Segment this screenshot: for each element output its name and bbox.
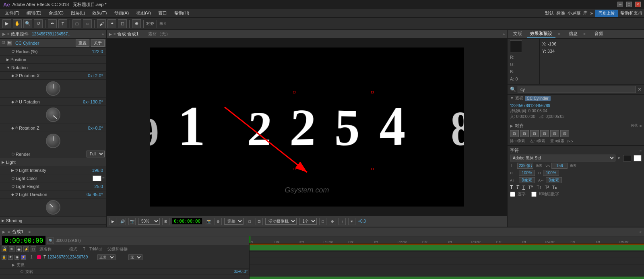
menu-edit[interactable]: 编辑(E) (23, 9, 45, 17)
menu-compose[interactable]: 合成(C) (45, 9, 67, 17)
cc-cylinder-name[interactable]: CC Cylinder (15, 41, 39, 45)
sync-button[interactable]: 同步上传 (595, 10, 618, 17)
shading-section-header[interactable]: ▶ Shading (0, 217, 106, 225)
tl-layer-eye[interactable]: 👁 (8, 255, 13, 260)
light-direction-value[interactable]: 0x-45.0° (87, 192, 103, 197)
tl-expand[interactable]: ▶ (2, 230, 5, 234)
v-scale-input[interactable] (543, 170, 559, 176)
footer-expose[interactable]: ☀ (348, 218, 355, 225)
tl-layer-effect[interactable]: ⚡ (21, 255, 26, 260)
layer-checkbox[interactable]: ☑ (2, 41, 5, 45)
rotation-expand[interactable]: ▼ (6, 66, 10, 70)
expand-icon[interactable]: » (590, 10, 593, 16)
workspace-ruler[interactable]: 库 (583, 10, 588, 16)
light-color-swatch[interactable] (93, 176, 101, 181)
align-left[interactable]: ⊡ (510, 130, 519, 137)
rotation-y-value[interactable]: 0x+130.0° (83, 99, 103, 104)
tl-options[interactable]: ≡ (28, 230, 30, 234)
tool-stamp[interactable]: ✦ (107, 19, 116, 28)
comp-options[interactable]: » (503, 32, 505, 36)
offset-value[interactable]: +0.0 (358, 219, 366, 223)
para-expand[interactable]: ≡ (640, 124, 642, 128)
tl-solo[interactable]: ◉ (16, 246, 22, 252)
align-right[interactable]: ⊡ (530, 130, 539, 137)
light-direction-dial[interactable] (43, 197, 64, 218)
radius-stopwatch[interactable]: ⏱ (11, 50, 15, 54)
char-expand[interactable]: ≡ (640, 149, 642, 153)
bold-button[interactable]: T (510, 184, 513, 190)
time-display[interactable]: 0:00:00:00 (2, 236, 46, 246)
timecode-display[interactable]: 0:00:00:00 (172, 218, 202, 225)
maximize-button[interactable]: □ (626, 2, 632, 7)
align-expand[interactable]: ▶ (510, 124, 513, 128)
footer-play[interactable]: ▶ (109, 218, 116, 225)
tl-layer-solo[interactable]: ◉ (14, 255, 19, 260)
tool-shape-circle[interactable]: ○ (83, 19, 92, 28)
rotation-y-stopwatch[interactable]: ⏱ (14, 100, 18, 104)
footer-mask[interactable]: ⊡ (256, 218, 263, 225)
tl-lock[interactable]: 🔒 (2, 246, 7, 252)
footer-grid[interactable]: ⊕ (215, 218, 222, 225)
help-label[interactable]: 帮助和支持 (620, 10, 642, 16)
rotation-z-stopwatch[interactable]: ⏱ (14, 126, 18, 130)
footer-share[interactable]: ↑ (339, 218, 346, 225)
rotation-x-stopwatch[interactable]: ⏱ (14, 74, 18, 78)
menu-file[interactable]: 文件(F) (2, 9, 23, 17)
rotation-y-dial[interactable] (46, 107, 60, 122)
ligature-checkbox[interactable] (510, 192, 515, 197)
light-expand-icon[interactable]: ▶ (2, 160, 4, 164)
tl-eye[interactable]: 👁 (9, 246, 14, 252)
rotation-z-keyframe[interactable]: ◆ (11, 126, 14, 130)
comp-panel-menu[interactable]: ≡ (114, 32, 116, 36)
workspace-default[interactable]: 默认 (545, 10, 554, 16)
parent-select[interactable]: 无 (128, 254, 142, 260)
layer-name-1[interactable]: 123456789123456789 (47, 255, 96, 259)
cc-cylinder-tag[interactable]: CC Cylinder (525, 96, 551, 101)
align-bottom[interactable]: ⊡ (560, 130, 569, 137)
menu-animation[interactable]: 动画(A) (111, 9, 132, 17)
tab-info[interactable]: 信息 (566, 30, 581, 38)
tool-select[interactable]: ▶ (2, 19, 11, 28)
smallcaps-button[interactable]: Tᴹ (528, 185, 533, 190)
h-scale-input[interactable] (519, 170, 535, 176)
about-button[interactable]: 关于 (91, 39, 105, 47)
rotation-y-keyframe[interactable]: ◆ (11, 100, 14, 104)
tl-more[interactable]: » (640, 230, 642, 234)
rotation-sub-value[interactable]: 0x+0.0° (234, 269, 248, 274)
color-chip[interactable] (623, 155, 631, 161)
allcaps-button[interactable]: T↑ (537, 185, 541, 190)
view-count[interactable]: 1个 (299, 218, 317, 225)
light-intensity-expand[interactable]: ▶ (11, 168, 14, 172)
minimize-button[interactable]: ─ (617, 2, 623, 7)
menu-window[interactable]: 窗口 (155, 9, 170, 17)
handle-tr[interactable] (371, 91, 374, 93)
baseline-input[interactable] (519, 177, 535, 183)
tool-hand[interactable]: ✋ (13, 19, 22, 28)
tool-rotate[interactable]: ↺ (34, 19, 43, 28)
transform-expand[interactable]: ▶ (12, 263, 15, 267)
tl-search[interactable]: 🔍 (47, 238, 54, 244)
reset-button[interactable]: 重置 (76, 39, 89, 47)
render-stopwatch[interactable]: ⏱ (11, 152, 15, 156)
light-direction-keyframe[interactable]: ◆ (11, 192, 14, 196)
camera-select[interactable]: 活动摄像机 (265, 218, 297, 225)
font-arrow[interactable]: ▼ (617, 156, 621, 160)
workspace-small[interactable]: 小屏幕 (568, 10, 581, 16)
clear-search-icon[interactable]: ✕ (638, 87, 642, 92)
rotation-z-value[interactable]: 0x+0.0° (88, 126, 103, 130)
tool-puppet[interactable]: ⊕ (132, 19, 141, 28)
layer-mode-select[interactable]: 正常 (97, 254, 116, 260)
tab-text[interactable]: 文版 (510, 30, 525, 38)
align-top[interactable]: ⊡ (540, 130, 549, 137)
tracking-input[interactable] (551, 163, 568, 169)
handle-br[interactable] (371, 168, 374, 170)
footer-snapshot[interactable]: 📸 (205, 218, 212, 225)
italic-button[interactable]: T (516, 184, 519, 190)
footer-render[interactable]: ⊕ (329, 218, 336, 225)
zoom-select[interactable]: 50% 100% 25% (138, 218, 160, 225)
light-height-value[interactable]: 25.0 (95, 184, 103, 189)
tl-layer-lock[interactable]: 🔒 (2, 255, 6, 260)
footer-region[interactable]: □ (246, 218, 253, 225)
tool-text[interactable]: T (58, 19, 67, 28)
sub-button[interactable]: T₂ (552, 185, 557, 190)
